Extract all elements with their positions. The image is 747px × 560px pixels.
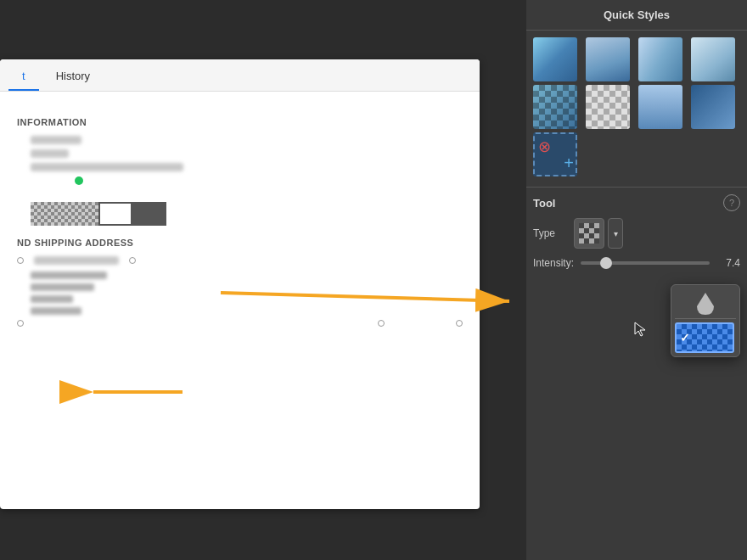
info-section-label: INFORMATION xyxy=(17,117,463,127)
add-style-button[interactable] xyxy=(533,132,577,176)
shipping-section: ND SHIPPING ADDRESS xyxy=(17,238,463,327)
shipping-field-row-2 xyxy=(17,320,463,327)
style-thumb-7[interactable] xyxy=(638,85,682,129)
style-thumb-1[interactable] xyxy=(533,37,577,81)
help-button[interactable]: ? xyxy=(723,194,740,211)
svg-rect-15 xyxy=(594,238,599,244)
type-options: ▾ xyxy=(574,218,623,249)
circle-dot-2 xyxy=(129,257,136,264)
info-fields xyxy=(31,136,463,171)
intensity-value: 7.4 xyxy=(716,257,740,269)
info-line-3 xyxy=(31,163,183,171)
type-label: Type xyxy=(533,227,567,239)
shipping-field-row-1 xyxy=(17,256,463,265)
sh-addr-4 xyxy=(31,307,81,315)
svg-rect-8 xyxy=(579,233,584,238)
svg-rect-2 xyxy=(589,223,594,228)
style-thumb-8[interactable] xyxy=(691,85,735,129)
svg-rect-1 xyxy=(584,223,589,228)
checker-icon xyxy=(579,223,599,244)
shipping-addr xyxy=(31,272,463,315)
tool-header: Tool ? xyxy=(533,194,740,211)
svg-rect-12 xyxy=(579,238,584,244)
sh-addr-3 xyxy=(31,295,73,303)
style-thumb-2[interactable] xyxy=(586,37,630,81)
status-indicator xyxy=(75,176,83,185)
svg-rect-9 xyxy=(584,233,589,238)
document-panel: t History INFORMATION ND SHIPPING ADDRES… xyxy=(0,59,480,509)
svg-rect-14 xyxy=(589,238,594,244)
tab-bar: t History xyxy=(0,59,480,92)
info-line-1 xyxy=(31,136,81,144)
water-icon xyxy=(695,291,716,316)
svg-rect-3 xyxy=(594,223,599,228)
svg-rect-5 xyxy=(584,228,589,233)
style-thumb-6[interactable] xyxy=(586,85,630,129)
style-thumb-5[interactable] xyxy=(533,85,577,129)
circle-dot-4 xyxy=(378,320,385,327)
info-line-2 xyxy=(31,149,69,158)
style-grid xyxy=(526,31,747,183)
svg-rect-0 xyxy=(579,223,584,228)
checker-active-option[interactable] xyxy=(675,322,734,353)
sh-addr-1 xyxy=(31,272,107,279)
quick-styles-header: Quick Styles xyxy=(526,0,747,31)
chevron-down-icon: ▾ xyxy=(614,229,618,238)
right-panel: Quick Styles Tool ? Type xyxy=(526,0,747,560)
add-new-icon xyxy=(540,139,570,170)
intensity-row: Intensity: 7.4 xyxy=(533,257,740,269)
svg-rect-13 xyxy=(584,238,589,244)
circle-dot-5 xyxy=(456,320,463,327)
svg-rect-10 xyxy=(589,233,594,238)
texture-type-dropdown[interactable] xyxy=(671,284,740,357)
texture-rect xyxy=(98,202,132,226)
circle-dot-1 xyxy=(17,257,24,264)
shipping-label: ND SHIPPING ADDRESS xyxy=(17,238,463,248)
texture-swatch xyxy=(31,202,98,226)
sh-addr-2 xyxy=(31,283,94,291)
svg-rect-11 xyxy=(594,233,599,238)
type-dropdown-btn[interactable]: ▾ xyxy=(608,218,623,249)
sh-line-1 xyxy=(34,256,119,265)
doc-content: INFORMATION ND SHIPPING ADDRESS xyxy=(0,92,480,347)
water-drop-icon xyxy=(675,288,736,319)
texture-dark xyxy=(132,202,166,226)
circle-dot-3 xyxy=(17,320,24,327)
texture-preview-bar[interactable] xyxy=(31,202,463,226)
tab-content[interactable]: t xyxy=(8,63,39,91)
intensity-thumb xyxy=(600,257,612,269)
svg-rect-7 xyxy=(594,228,599,233)
intensity-label: Intensity: xyxy=(533,257,574,269)
tool-title: Tool xyxy=(533,197,555,210)
style-thumb-4[interactable] xyxy=(691,37,735,81)
intensity-slider[interactable] xyxy=(581,261,710,265)
tab-history[interactable]: History xyxy=(42,63,104,91)
svg-rect-4 xyxy=(579,228,584,233)
tool-section: Tool ? Type xyxy=(526,187,747,276)
style-thumb-3[interactable] xyxy=(638,37,682,81)
svg-rect-6 xyxy=(589,228,594,233)
type-btn-checker[interactable] xyxy=(574,218,604,249)
tool-type-row: Type xyxy=(533,218,740,249)
